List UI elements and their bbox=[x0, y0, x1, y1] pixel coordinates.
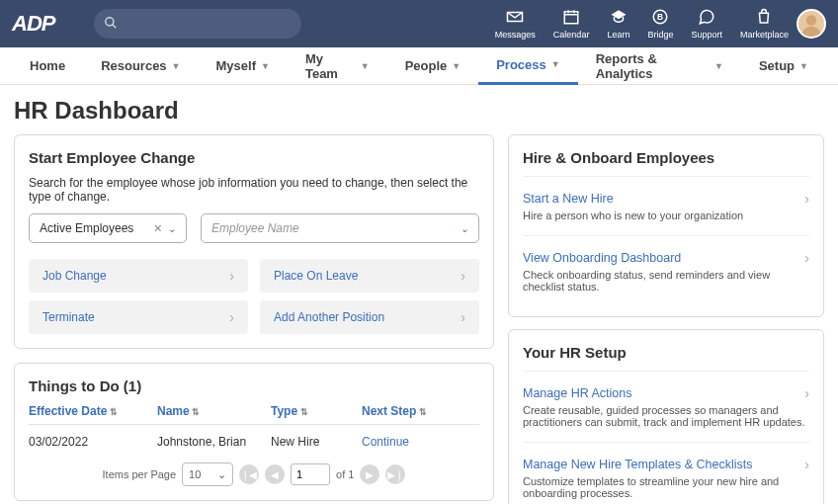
svg-rect-2 bbox=[564, 12, 578, 24]
menu-label: People bbox=[405, 58, 448, 73]
svg-line-1 bbox=[113, 25, 117, 29]
link-item: Manage New Hire Templates & Checklists›C… bbox=[523, 447, 809, 504]
menu-reports-analytics[interactable]: Reports & Analytics▼ bbox=[578, 47, 741, 85]
chevron-down-icon: ▼ bbox=[261, 61, 270, 71]
action-job-change[interactable]: Job Change› bbox=[29, 259, 248, 293]
menu-label: Process bbox=[496, 57, 546, 72]
nav-label: Calendar bbox=[553, 30, 590, 40]
card-title: Start Employee Change bbox=[29, 149, 479, 166]
link-row[interactable]: Manage HR Actions› bbox=[523, 385, 809, 401]
menu-setup[interactable]: Setup▼ bbox=[741, 47, 826, 85]
menu-label: My Team bbox=[305, 51, 356, 81]
nav-support[interactable]: Support bbox=[691, 8, 722, 40]
menu-process[interactable]: Process▼ bbox=[478, 47, 578, 85]
action-place-on-leave[interactable]: Place On Leave› bbox=[260, 259, 479, 293]
page-content: HR Dashboard Start Employee Change Searc… bbox=[0, 85, 838, 504]
action-label: Job Change bbox=[42, 269, 107, 283]
envelope-icon bbox=[506, 8, 524, 30]
items-per-page-select[interactable]: 10 bbox=[182, 462, 233, 486]
nav-calendar[interactable]: Calendar bbox=[553, 8, 590, 40]
menu-label: Myself bbox=[216, 58, 256, 73]
table-header: Effective Date Name Type Next Step bbox=[29, 404, 479, 425]
link-item: Manage HR Actions›Create reusable, guide… bbox=[523, 376, 809, 438]
logo: ADP bbox=[12, 11, 54, 37]
action-terminate[interactable]: Terminate› bbox=[29, 300, 248, 334]
link-title: Manage HR Actions bbox=[523, 386, 631, 400]
hr-setup-card: Your HR Setup Manage HR Actions›Create r… bbox=[508, 329, 824, 504]
menu-myself[interactable]: Myself▼ bbox=[199, 47, 288, 85]
nav-messages[interactable]: Messages bbox=[495, 8, 536, 40]
pager-page-input[interactable] bbox=[291, 463, 330, 485]
link-row[interactable]: View Onboarding Dashboard› bbox=[523, 250, 809, 266]
search-input[interactable] bbox=[94, 9, 301, 39]
pager-first-icon[interactable]: ❘◀ bbox=[239, 464, 259, 484]
svg-point-9 bbox=[801, 27, 820, 37]
chevron-down-icon: ▼ bbox=[452, 61, 461, 71]
col-effective-date[interactable]: Effective Date bbox=[29, 404, 157, 418]
nav-learn[interactable]: Learn bbox=[607, 8, 629, 40]
menu-label: Home bbox=[30, 58, 65, 73]
chevron-down-icon: ▼ bbox=[172, 61, 181, 71]
calendar-icon bbox=[562, 8, 580, 30]
avatar[interactable] bbox=[796, 9, 826, 39]
chevron-right-icon: › bbox=[229, 309, 234, 325]
nav-marketplace[interactable]: Marketplace bbox=[740, 8, 789, 40]
table-row: 03/02/2022Johnstone, BrianNew HireContin… bbox=[29, 431, 479, 453]
action-label: Terminate bbox=[42, 310, 95, 324]
employee-filter-select[interactable]: Active Employees × ⌄ bbox=[29, 213, 187, 243]
instruction-text: Search for the employee whose job inform… bbox=[29, 176, 479, 204]
link-row[interactable]: Manage New Hire Templates & Checklists› bbox=[523, 457, 809, 472]
pager-next-icon[interactable]: ▶ bbox=[360, 464, 379, 484]
pager-prev-icon[interactable]: ◀ bbox=[265, 464, 285, 484]
menu-resources[interactable]: Resources▼ bbox=[83, 47, 198, 85]
link-title: Manage New Hire Templates & Checklists bbox=[523, 458, 753, 471]
chevron-down-icon: ⌄ bbox=[461, 223, 468, 234]
menu-people[interactable]: People▼ bbox=[387, 47, 479, 85]
chevron-down-icon: ▼ bbox=[361, 61, 370, 71]
action-label: Place On Leave bbox=[274, 269, 358, 283]
link-item: View Onboarding Dashboard›Check onboardi… bbox=[523, 240, 809, 302]
shopping-icon bbox=[755, 8, 773, 30]
search-icon bbox=[104, 16, 118, 34]
chevron-right-icon: › bbox=[461, 309, 465, 325]
pager: Items per Page 10 ❘◀ ◀ of 1 ▶ ▶❘ bbox=[29, 462, 479, 486]
menubar: HomeResources▼Myself▼My Team▼People▼Proc… bbox=[0, 47, 838, 85]
top-icons: MessagesCalendarLearnBBridgeSupportMarke… bbox=[495, 8, 789, 40]
menu-label: Reports & Analytics bbox=[596, 51, 710, 81]
link-row[interactable]: Start a New Hire› bbox=[523, 191, 809, 207]
svg-text:B: B bbox=[657, 13, 663, 22]
circled-b-icon: B bbox=[651, 8, 669, 30]
chevron-down-icon: ▼ bbox=[714, 61, 723, 71]
nav-label: Messages bbox=[495, 30, 536, 40]
link-title: Start a New Hire bbox=[523, 192, 614, 206]
action-label: Add Another Position bbox=[274, 310, 384, 324]
col-next-step[interactable]: Next Step bbox=[362, 404, 479, 418]
nav-bridge[interactable]: BBridge bbox=[647, 8, 673, 40]
cell-name: Johnstone, Brian bbox=[157, 435, 271, 449]
items-per-page-label: Items per Page bbox=[103, 468, 177, 480]
action-add-another-position[interactable]: Add Another Position› bbox=[260, 300, 479, 334]
col-name[interactable]: Name bbox=[157, 404, 271, 418]
link-desc: Hire a person who is new to your organiz… bbox=[523, 210, 809, 221]
col-type[interactable]: Type bbox=[271, 404, 362, 418]
nav-label: Support bbox=[691, 30, 722, 40]
cell-next-step-link[interactable]: Continue bbox=[362, 435, 479, 449]
pager-last-icon[interactable]: ▶❘ bbox=[385, 464, 405, 484]
menu-my-team[interactable]: My Team▼ bbox=[288, 47, 387, 85]
svg-point-8 bbox=[806, 15, 816, 25]
link-desc: Check onboarding status, send reminders … bbox=[523, 269, 809, 293]
employee-name-select[interactable]: Employee Name ⌄ bbox=[201, 213, 479, 243]
chevron-right-icon: › bbox=[804, 385, 809, 401]
clear-filter-icon[interactable]: × bbox=[154, 220, 162, 236]
action-grid: Job Change›Terminate›Place On Leave›Add … bbox=[29, 259, 479, 334]
chevron-down-icon: ▼ bbox=[551, 59, 560, 69]
nav-label: Bridge bbox=[647, 30, 673, 40]
menu-label: Setup bbox=[759, 58, 795, 73]
link-item: Start a New Hire›Hire a person who is ne… bbox=[523, 181, 809, 231]
graduation-icon bbox=[610, 8, 628, 30]
link-desc: Create reusable, guided processes so man… bbox=[523, 404, 809, 428]
name-placeholder: Employee Name bbox=[211, 221, 299, 235]
menu-home[interactable]: Home bbox=[12, 47, 83, 85]
page-title: HR Dashboard bbox=[14, 97, 824, 125]
menu-label: Resources bbox=[101, 58, 166, 73]
